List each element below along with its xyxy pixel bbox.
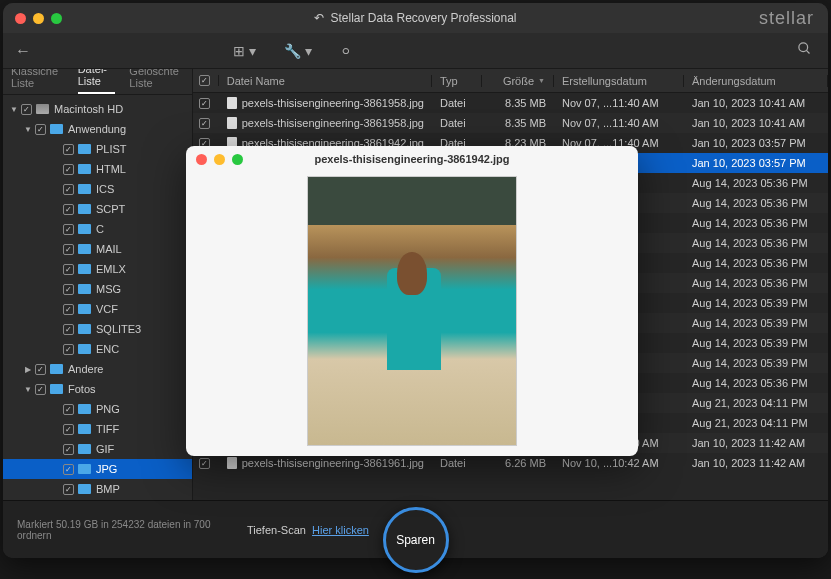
preview-maximize-icon[interactable]	[232, 154, 243, 165]
tree-bmp[interactable]: ✓BMP	[3, 479, 192, 499]
preview-title: pexels-thisisengineering-3861942.jpg	[314, 153, 509, 165]
minimize-icon[interactable]	[33, 13, 44, 24]
tree-anwendung[interactable]: ▼✓Anwendung	[3, 119, 192, 139]
svg-line-1	[806, 50, 809, 53]
toggle-on-icon[interactable]: ⚪︎	[340, 43, 352, 59]
tree-jpg[interactable]: ✓JPG	[3, 459, 192, 479]
tree-msg[interactable]: ✓MSG	[3, 279, 192, 299]
preview-close-icon[interactable]	[196, 154, 207, 165]
tree-vcf[interactable]: ✓VCF	[3, 299, 192, 319]
status-text: Markiert 50.19 GB in 254232 dateien in 7…	[17, 519, 217, 541]
back-button[interactable]: ←	[15, 42, 31, 60]
tree-root[interactable]: ▼✓Macintosh HD	[3, 99, 192, 119]
row-checkbox[interactable]: ✓	[199, 118, 210, 129]
tree-sqlite[interactable]: ✓SQLITE3	[3, 319, 192, 339]
tree-tiff[interactable]: ✓TIFF	[3, 419, 192, 439]
col-cdate[interactable]: Erstellungsdatum	[554, 75, 684, 87]
file-row[interactable]: ✓ pexels-thisisengineering-3861961.jpg D…	[193, 453, 828, 473]
tree-andere[interactable]: ▶✓Andere	[3, 359, 192, 379]
tree-ics[interactable]: ✓ICS	[3, 179, 192, 199]
col-size[interactable]: Größe▼	[482, 75, 554, 87]
brand-logo: stellar	[759, 8, 814, 29]
col-mdate[interactable]: Änderungsdatum	[684, 75, 828, 87]
tree-emlx[interactable]: ✓EMLX	[3, 259, 192, 279]
deepscan-label: Tiefen-Scan	[247, 524, 306, 536]
col-name[interactable]: Datei Name	[219, 75, 432, 87]
tree-mail[interactable]: ✓MAIL	[3, 239, 192, 259]
maximize-icon[interactable]	[51, 13, 62, 24]
tree-plist[interactable]: ✓PLIST	[3, 139, 192, 159]
preview-minimize-icon[interactable]	[214, 154, 225, 165]
preview-image	[307, 176, 517, 446]
file-row[interactable]: ✓ pexels-thisisengineering-3861958.jpg D…	[193, 113, 828, 133]
titlebar: ↶ Stellar Data Recovery Professional ste…	[3, 3, 828, 33]
search-icon[interactable]	[797, 41, 812, 60]
tab-classic[interactable]: Klassiche Liste	[11, 65, 64, 94]
preview-window[interactable]: pexels-thisisengineering-3861942.jpg	[186, 146, 638, 456]
row-checkbox[interactable]: ✓	[199, 458, 210, 469]
sidebar: Klassiche Liste Datei-Liste Gelöschte Li…	[3, 69, 193, 500]
col-type[interactable]: Typ	[432, 75, 482, 87]
save-button[interactable]: Sparen	[383, 507, 449, 573]
undo-icon: ↶	[314, 11, 324, 25]
tree-scpt[interactable]: ✓SCPT	[3, 199, 192, 219]
wrench-icon[interactable]: 🔧 ▾	[284, 43, 312, 59]
tree-gif[interactable]: ✓GIF	[3, 439, 192, 459]
toolbar: ← ⊞ ▾ 🔧 ▾ ⚪︎	[3, 33, 828, 69]
file-row[interactable]: ✓ pexels-thisisengineering-3861958.jpg D…	[193, 93, 828, 113]
grid-view-icon[interactable]: ⊞ ▾	[233, 43, 256, 59]
tab-deleted[interactable]: Gelöschte Liste	[129, 65, 183, 94]
tree-fotos[interactable]: ▼✓Fotos	[3, 379, 192, 399]
close-icon[interactable]	[15, 13, 26, 24]
window-title: Stellar Data Recovery Professional	[330, 11, 516, 25]
tree-c[interactable]: ✓C	[3, 219, 192, 239]
tree-html[interactable]: ✓HTML	[3, 159, 192, 179]
checkbox-header[interactable]: ✓	[199, 75, 210, 86]
svg-point-0	[799, 43, 808, 52]
tree-png[interactable]: ✓PNG	[3, 399, 192, 419]
tree-enc[interactable]: ✓ENC	[3, 339, 192, 359]
row-checkbox[interactable]: ✓	[199, 98, 210, 109]
folder-tree[interactable]: ▼✓Macintosh HD▼✓Anwendung✓PLIST✓HTML✓ICS…	[3, 95, 192, 500]
deepscan-link[interactable]: Hier klicken	[312, 524, 369, 536]
